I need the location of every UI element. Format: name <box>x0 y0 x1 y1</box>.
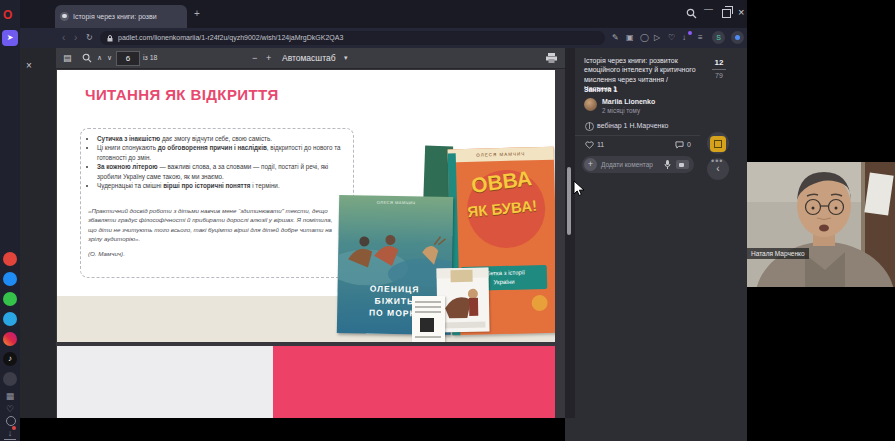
pdf-zoom-out-icon[interactable]: − <box>252 48 257 68</box>
pdf-page-count: із 18 <box>143 48 158 68</box>
speed-dial-icon[interactable]: ▦ <box>4 390 16 402</box>
pdf-sidebar-toggle-icon[interactable]: ▤ <box>63 48 72 68</box>
post-session: Заняття 1 <box>584 86 617 93</box>
webcam-video: Наталя Марченко <box>747 162 895 287</box>
qr-code <box>420 318 434 332</box>
send-to-device-icon[interactable]: ▷ <box>654 28 660 48</box>
sidebar-more-icon[interactable]: … <box>4 434 16 441</box>
mouse-cursor <box>573 180 585 197</box>
pdf-next-page-icon[interactable]: ∨ <box>107 48 112 68</box>
close-button[interactable]: × <box>738 6 744 18</box>
edit-page-icon[interactable]: ✎ <box>612 28 619 48</box>
padlock-icon <box>107 35 113 42</box>
padlet-left-rail: × <box>20 48 56 418</box>
comment-input[interactable]: + Додати коментар <box>582 156 694 173</box>
extension-icon-1[interactable]: S <box>712 31 725 44</box>
like-count: 11 <box>597 141 604 148</box>
video-comment-icon[interactable] <box>676 160 689 169</box>
tab-title: Історія через книги: розви <box>73 5 157 28</box>
history-icon[interactable] <box>6 416 16 426</box>
close-slideshow-button[interactable]: × <box>26 60 32 71</box>
slide-bullet: За кожною літерою — важливі слова, а за … <box>97 162 344 181</box>
cover-figure <box>531 295 547 311</box>
slide-bullet: Ці книги спонукають до обговорення причи… <box>97 143 344 162</box>
author-name[interactable]: Mariia Lionenko <box>602 98 655 105</box>
instagram-icon[interactable] <box>3 332 17 346</box>
comment-bubble-icon[interactable] <box>675 141 684 149</box>
slide-counter-divider <box>712 69 726 70</box>
slide-counter-current: 12 <box>711 58 727 67</box>
pdf-search-icon[interactable] <box>82 53 92 63</box>
pdf-scrollbar-thumb[interactable] <box>567 167 571 235</box>
webcam-area: Наталя Марченко <box>747 0 895 441</box>
search-icon[interactable] <box>686 8 697 19</box>
like-heart-icon[interactable] <box>585 141 594 149</box>
download-dot-badge <box>688 31 692 35</box>
attachment-link[interactable]: вебінар 1 Н.Марченко <box>597 122 668 129</box>
messenger-icon[interactable] <box>3 272 17 286</box>
slide-bullet: Чудернацькі та смішні вірші про історичн… <box>97 181 344 190</box>
divider <box>575 135 700 136</box>
pdf-prev-page-icon[interactable]: ∧ <box>97 48 102 68</box>
slide-page-7-left <box>57 346 273 418</box>
slide-counter-total: 79 <box>711 72 727 79</box>
slide-bullet: Сутичка з інакшістю дає змогу відчути се… <box>97 134 344 143</box>
tab-bar: Історія через книги: розви + — × <box>20 0 747 28</box>
pdf-zoom-in-icon[interactable]: + <box>266 48 271 68</box>
webcam-scene <box>747 162 895 287</box>
author-avatar[interactable] <box>584 98 597 111</box>
viewer-bottom-black <box>20 418 565 441</box>
book2-author: ОЛЕСЯ МАМЧИЧ <box>339 199 453 206</box>
mic-icon[interactable] <box>664 160 671 169</box>
pdf-zoom-caret-icon: ▾ <box>344 48 348 68</box>
minimize-button[interactable]: — <box>704 4 713 14</box>
new-tab-button[interactable]: + <box>194 8 200 19</box>
book-author-band: ОЛЕСЯ МАМЧИЧ <box>448 147 554 163</box>
slide-page-7-right <box>273 346 555 418</box>
slideshow-grid-glyph <box>714 140 722 148</box>
browser-tab[interactable]: Історія через книги: розви <box>55 5 187 28</box>
back-icon[interactable]: ‹ <box>62 28 65 48</box>
telegram-icon[interactable] <box>3 312 17 326</box>
download-tray-icon[interactable]: ↓ <box>682 28 686 48</box>
pdf-print-icon[interactable] <box>546 53 557 63</box>
downloads-badge <box>12 426 16 430</box>
bookmarks-heart-icon[interactable]: ♡ <box>4 403 16 415</box>
opera-logo-icon[interactable]: O <box>3 8 17 22</box>
tab-favicon-icon <box>60 12 69 21</box>
extension-icon-2[interactable] <box>731 31 744 44</box>
padlet-sidebar: Історія через книги: розвиток емоційного… <box>575 48 747 441</box>
whatsapp-icon[interactable] <box>3 292 17 306</box>
slide-title: ЧИТАННЯ ЯК ВІДКРИТТЯ <box>85 86 279 103</box>
restore-button[interactable] <box>722 9 731 18</box>
opera-sidebar: O ➤ ♪ ▦ ♡ ↓ … <box>0 0 20 441</box>
favorite-heart-icon[interactable]: ♡ <box>668 28 675 48</box>
comment-count: 0 <box>687 141 691 148</box>
tune-icon[interactable]: ≡ <box>698 28 703 48</box>
slide-bullets: Сутичка з інакшістю дає змогу відчути се… <box>88 134 344 191</box>
slide-page-6: ЧИТАННЯ ЯК ВІДКРИТТЯ Сутичка з інакшістю… <box>57 70 555 342</box>
comment-placeholder: Додати коментар <box>601 156 653 173</box>
reload-icon[interactable]: ↻ <box>86 28 93 48</box>
slide-attribution: (О. Мамчич). <box>88 250 125 257</box>
webcam-name-tag: Наталя Марченко <box>747 248 809 259</box>
pdf-zoom-select[interactable]: Автомасштаб <box>282 48 336 68</box>
url-text: padlet.com/lionenkomariia/1-r24f2u/qyzh9… <box>118 31 343 45</box>
social-app-icon-1[interactable] <box>3 252 17 266</box>
slide-quote: «Практичний досвід роботи з дітьми навчи… <box>88 206 340 243</box>
tiktok-icon[interactable]: ♪ <box>3 352 17 366</box>
info-card <box>412 296 445 342</box>
pdf-page-input[interactable]: 6 <box>116 51 140 66</box>
more-options-button[interactable]: ••• <box>711 156 723 166</box>
shield-icon[interactable]: ◯ <box>640 28 649 48</box>
post-time: 2 місяці тому <box>602 107 640 114</box>
slideshow-grid-button[interactable] <box>710 136 726 152</box>
add-attachment-icon[interactable]: + <box>584 158 597 171</box>
forward-icon[interactable]: › <box>74 28 77 48</box>
url-field[interactable]: padlet.com/lionenkomariia/1-r24f2u/qyzh9… <box>100 31 605 45</box>
social-app-icon-2[interactable] <box>3 372 17 386</box>
address-bar-row: ‹ › ↻ padlet.com/lionenkomariia/1-r24f2u… <box>20 28 747 48</box>
pinned-app-icon[interactable]: ➤ <box>2 30 18 46</box>
padlet-page: × ▤ ∧ ∨ 6 із 18 − + Автомасштаб ▾ » ЧИТА… <box>20 48 747 441</box>
snapshot-icon[interactable]: ▣ <box>626 28 634 48</box>
